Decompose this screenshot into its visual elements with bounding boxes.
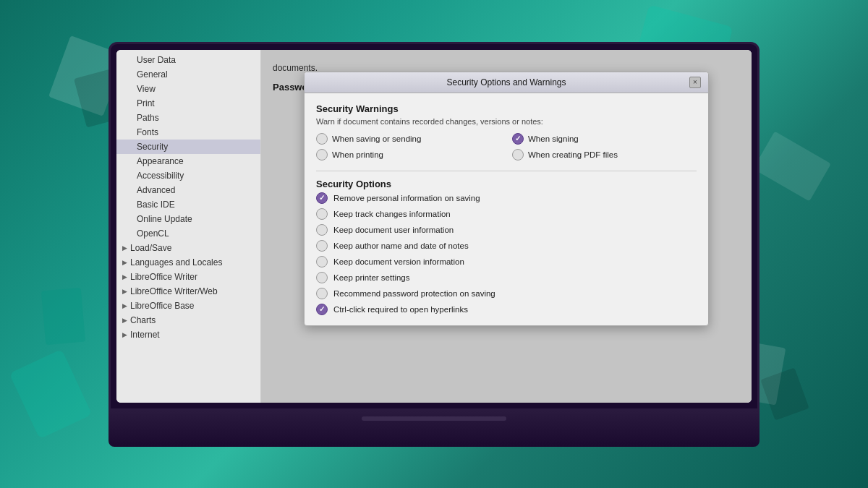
option-remove-personal[interactable]: Remove personal information on saving: [316, 192, 697, 204]
security-options-modal: Security Options and Warnings × Security…: [304, 72, 709, 326]
arrow-icon: ▶: [122, 288, 127, 295]
laptop-container: User Data General View Print Paths: [0, 0, 868, 488]
sidebar-item-accessibility[interactable]: Accessibility: [116, 168, 260, 183]
laptop-keyboard: [109, 411, 760, 447]
sidebar-category-writer-web[interactable]: ▶ LibreOffice Writer/Web: [116, 284, 260, 299]
modal-overlay: Security Options and Warnings × Security…: [261, 50, 752, 403]
checkbox-circle-printing: [316, 149, 328, 160]
modal-divider: [316, 171, 697, 171]
arrow-icon: ▶: [122, 331, 127, 338]
checkbox-label-creating-pdf: When creating PDF files: [528, 150, 618, 159]
sidebar-category-load-save[interactable]: ▶ Load/Save: [116, 241, 260, 255]
sidebar-item-fonts[interactable]: Fonts: [116, 125, 260, 140]
sidebar: User Data General View Print Paths: [116, 50, 261, 403]
option-keep-track-changes[interactable]: Keep track changes information: [316, 208, 697, 220]
sidebar-category-base[interactable]: ▶ LibreOffice Base: [116, 299, 260, 313]
checkbox-circle-keep-doc-user: [316, 224, 328, 236]
modal-title-bar: Security Options and Warnings ×: [305, 72, 708, 93]
sidebar-item-advanced[interactable]: Advanced: [116, 183, 260, 197]
arrow-icon: ▶: [122, 244, 127, 252]
sidebar-item-general[interactable]: General: [116, 67, 260, 82]
option-recommend-password[interactable]: Recommend password protection on saving: [316, 288, 697, 299]
laptop-screen-frame: User Data General View Print Paths: [109, 42, 760, 411]
sidebar-item-basic-ide[interactable]: Basic IDE: [116, 197, 260, 212]
sidebar-category-internet[interactable]: ▶ Internet: [116, 328, 260, 342]
option-label-keep-printer-settings: Keep printer settings: [333, 273, 409, 282]
main-content: documents. Passwords for Web Connections…: [261, 50, 752, 403]
sidebar-item-online-update[interactable]: Online Update: [116, 212, 260, 226]
sidebar-category-charts[interactable]: ▶ Charts: [116, 313, 260, 328]
modal-body: Security Warnings Warn if document conta…: [305, 93, 708, 325]
sidebar-item-view[interactable]: View: [116, 82, 260, 96]
arrow-icon: ▶: [122, 317, 127, 324]
checkbox-creating-pdf[interactable]: When creating PDF files: [512, 149, 697, 160]
option-ctrl-click-hyperlinks[interactable]: Ctrl-click required to open hyperlinks: [316, 304, 697, 315]
checkbox-printing[interactable]: When printing: [316, 149, 501, 160]
arrow-icon: ▶: [122, 273, 127, 281]
checkbox-circle-keep-doc-version: [316, 256, 328, 267]
checkbox-circle-saving-sending: [316, 133, 328, 145]
option-label-keep-author-name: Keep author name and date of notes: [333, 241, 469, 250]
sidebar-item-paths[interactable]: Paths: [116, 111, 260, 125]
laptop: User Data General View Print Paths: [109, 42, 760, 447]
checkbox-label-signing: When signing: [528, 134, 579, 143]
checkbox-circle-keep-author-name: [316, 240, 328, 252]
option-label-keep-doc-user: Keep document user information: [333, 226, 454, 234]
security-options-list: Remove personal information on saving Ke…: [316, 192, 697, 315]
screen-content: User Data General View Print Paths: [116, 50, 752, 403]
security-options-title: Security Options: [316, 179, 697, 189]
checkbox-circle-keep-printer-settings: [316, 272, 328, 283]
checkbox-circle-remove-personal: [316, 192, 328, 204]
option-label-keep-track-changes: Keep track changes information: [333, 210, 451, 218]
option-keep-doc-user[interactable]: Keep document user information: [316, 224, 697, 236]
sidebar-item-print[interactable]: Print: [116, 96, 260, 111]
sidebar-item-security[interactable]: Security: [116, 140, 260, 154]
checkbox-label-saving-sending: When saving or sending: [332, 134, 421, 143]
option-label-keep-doc-version: Keep document version information: [333, 257, 464, 266]
warnings-checkbox-grid: When saving or sending When signing When…: [316, 133, 697, 160]
option-label-ctrl-click-hyperlinks: Ctrl-click required to open hyperlinks: [333, 305, 468, 314]
security-warnings-title: Security Warnings: [316, 103, 697, 114]
sidebar-item-appearance[interactable]: Appearance: [116, 154, 260, 168]
checkbox-label-printing: When printing: [332, 150, 383, 159]
checkbox-circle-signing: [512, 133, 524, 145]
sidebar-item-user-data[interactable]: User Data: [116, 53, 260, 67]
arrow-icon: ▶: [122, 302, 127, 309]
checkbox-circle-recommend-password: [316, 288, 328, 299]
sidebar-item-opencl[interactable]: OpenCL: [116, 226, 260, 241]
option-keep-doc-version[interactable]: Keep document version information: [316, 256, 697, 267]
security-warnings-subtitle: Warn if document contains recorded chang…: [316, 117, 697, 126]
sidebar-category-languages[interactable]: ▶ Languages and Locales: [116, 255, 260, 270]
option-keep-author-name[interactable]: Keep author name and date of notes: [316, 240, 697, 252]
modal-title: Security Options and Warnings: [323, 77, 689, 87]
option-label-remove-personal: Remove personal information on saving: [333, 194, 480, 202]
modal-close-button[interactable]: ×: [689, 77, 701, 88]
sidebar-category-writer[interactable]: ▶ LibreOffice Writer: [116, 270, 260, 284]
option-label-recommend-password: Recommend password protection on saving: [333, 289, 495, 298]
checkbox-saving-sending[interactable]: When saving or sending: [316, 133, 501, 145]
checkbox-circle-ctrl-click-hyperlinks: [316, 304, 328, 315]
checkbox-signing[interactable]: When signing: [512, 133, 697, 145]
checkbox-circle-keep-track-changes: [316, 208, 328, 220]
option-keep-printer-settings[interactable]: Keep printer settings: [316, 272, 697, 283]
checkbox-circle-creating-pdf: [512, 149, 524, 160]
arrow-icon: ▶: [122, 259, 127, 266]
